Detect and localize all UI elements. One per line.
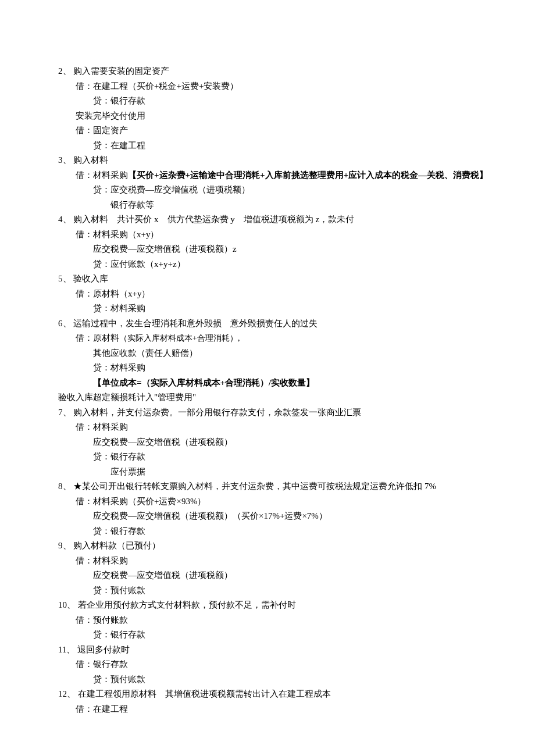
entry-line: 贷：银行存款 <box>58 524 500 539</box>
entry-heading: 7、 购入材料，并支付运杂费。一部分用银行存款支付，余款签发一张商业汇票 <box>58 405 500 420</box>
entry-line: 贷：银行存款 <box>58 627 500 643</box>
entry-heading: 6、 运输过程中，发生合理消耗和意外毁损 意外毁损责任人的过失 <box>58 316 500 331</box>
entry-line: 借：银行存款 <box>58 657 500 672</box>
entry-line: 安装完毕交付使用 <box>58 109 500 124</box>
entry-line: 应交税费—应交增值税（进项税额） <box>58 568 500 583</box>
entry-line: 借：在建工程 <box>58 702 500 717</box>
entry-line: 借：材料采购 <box>58 554 500 569</box>
entry-line: 应交税费—应交增值税（进项税额）z <box>58 242 500 257</box>
entry-line: 借：材料采购 <box>58 420 500 435</box>
entry-line: 贷：预付账款 <box>58 583 500 598</box>
entry-line: 贷：应付账款（x+y+z） <box>58 257 500 272</box>
entry-line: 借：材料采购（x+y） <box>58 227 500 243</box>
entry-line: 借：原材料（实际入库材料成本+合理消耗）, <box>58 331 500 346</box>
entry-heading: 10、 若企业用预付款方式支付材料款，预付款不足，需补付时 <box>58 598 500 613</box>
entry-heading: 2、 购入需要安装的固定资产 <box>58 64 500 79</box>
entry-line: 贷：预付账款 <box>58 672 500 687</box>
entry-line: 贷：应交税费—应交增值税（进项税额） <box>58 183 500 198</box>
entry-heading: 12、 在建工程领用原材料 其增值税进项税额需转出计入在建工程成本 <box>58 687 500 702</box>
entry-heading: 11、 退回多付款时 <box>58 643 500 658</box>
entry-line: 应付票据 <box>58 465 500 480</box>
entry-line: 贷：在建工程 <box>58 138 500 154</box>
entry-line: 验收入库超定额损耗计入"管理费用" <box>58 390 500 405</box>
entry-line: 借：预付账款 <box>58 613 500 628</box>
entry-heading: 4、 购入材料 共计买价 x 供方代垫运杂费 y 增值税进项税额为 z，款未付 <box>58 212 500 227</box>
entry-heading: 8、 ★某公司开出银行转帐支票购入材料，并支付运杂费，其中运费可按税法规定运费允… <box>58 479 500 494</box>
entry-heading: 3、 购入材料 <box>58 153 500 168</box>
entry-line: 借：在建工程（买价+税金+运费+安装费） <box>58 79 500 94</box>
entry-line: 其他应收款（责任人赔偿） <box>58 346 500 361</box>
entry-line: 【单位成本=（实际入库材料成本+合理消耗）/实收数量】 <box>58 376 500 391</box>
entry-line: 借：原材料（x+y） <box>58 287 500 302</box>
entry-line: 借：固定资产 <box>58 123 500 138</box>
entry-line: 应交税费—应交增值税（进项税额）（买价×17%+运费×7%） <box>58 509 500 524</box>
entry-line: 应交税费—应交增值税（进项税额） <box>58 435 500 450</box>
entry-line: 借：材料采购（买价+运费×93%） <box>58 494 500 509</box>
entry-line: 贷：银行存款 <box>58 450 500 465</box>
entry-line: 贷：银行存款 <box>58 94 500 109</box>
entry-heading: 9、 购入材料款（已预付） <box>58 539 500 554</box>
entry-line: 贷：材料采购 <box>58 301 500 316</box>
entry-line: 贷：材料采购 <box>58 361 500 376</box>
entry-heading: 5、 验收入库 <box>58 272 500 287</box>
document-body: 2、 购入需要安装的固定资产借：在建工程（买价+税金+运费+安装费）贷：银行存款… <box>58 64 500 716</box>
document-page: 2、 购入需要安装的固定资产借：在建工程（买价+税金+运费+安装费）贷：银行存款… <box>0 0 535 756</box>
entry-line: 银行存款等 <box>58 198 500 213</box>
entry-line: 借：材料采购【买价+运杂费+运输途中合理消耗+入库前挑选整理费用+应计入成本的税… <box>58 168 500 183</box>
